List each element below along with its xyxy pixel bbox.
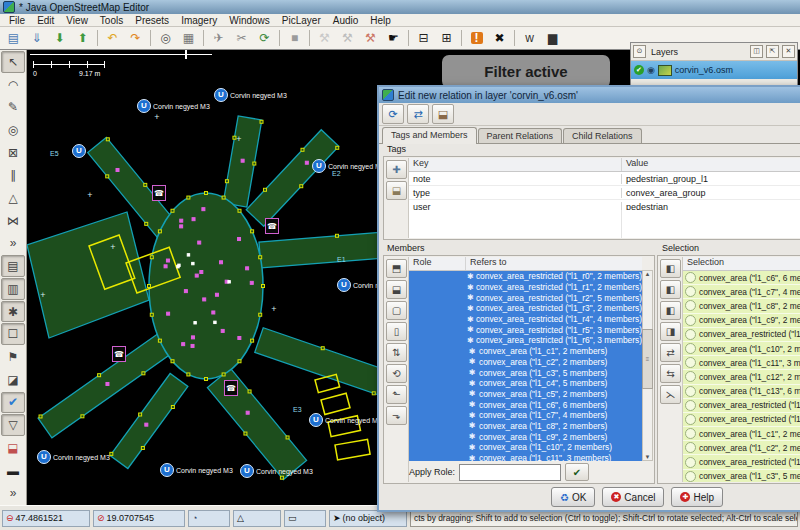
- close-icon[interactable]: ✕: [782, 45, 795, 58]
- delete-relation-icon[interactable]: ⬓: [432, 104, 454, 124]
- delete-tag-button[interactable]: ⬓: [386, 181, 407, 200]
- selection-row[interactable]: convex_area ("l1_c3", 5 members): [683, 470, 800, 482]
- relations-toggle[interactable]: ✱: [1, 301, 25, 323]
- imagery-icon[interactable]: ■: [283, 28, 306, 49]
- layer-row[interactable]: ✔ ◉ corvin_v6.osm: [631, 61, 797, 79]
- reverse-members-button[interactable]: ⟲: [386, 364, 407, 383]
- members-table[interactable]: Role Refers to ✱convex_area_restricted (…: [409, 257, 642, 461]
- tab-child-relations[interactable]: Child Relations: [563, 128, 642, 143]
- more-toggles[interactable]: »: [1, 482, 25, 504]
- split-way-icon[interactable]: ✂: [230, 28, 253, 49]
- metro-station-marker[interactable]: UCorvin negyed M3: [312, 159, 385, 173]
- search-icon[interactable]: ◎: [154, 28, 177, 49]
- paste-selection-top-button[interactable]: ◧: [660, 259, 681, 278]
- dialog-titlebar[interactable]: Edit new relation in layer 'corvin_v6.os…: [379, 87, 800, 103]
- waypoint-icon[interactable]: w: [518, 28, 541, 49]
- member-row[interactable]: ✱convex_area ("l1_c7", 4 members): [409, 410, 642, 421]
- add-tag-button[interactable]: ✚: [386, 160, 407, 179]
- selection-row[interactable]: convex_area ("l1_c6", 6 members): [683, 271, 800, 285]
- upload-icon[interactable]: ⬆: [71, 28, 94, 49]
- selection-row[interactable]: convex_area_restricted ("l1_r1", 2 membe…: [683, 399, 800, 413]
- move-member-up-button[interactable]: ⬑: [386, 385, 407, 404]
- apply-role-input[interactable]: [459, 464, 561, 481]
- angle-tool[interactable]: △: [1, 187, 25, 209]
- selection-table[interactable]: Selection convex_area ("l1_c6", 6 member…: [683, 257, 800, 482]
- selection-row[interactable]: convex_area ("l1_c1", 2 members): [683, 427, 800, 441]
- hammer-icon-1[interactable]: ⚒: [313, 28, 336, 49]
- ok-button[interactable]: ♻ OK: [551, 487, 595, 507]
- menu-presets[interactable]: Presets: [130, 15, 174, 26]
- menu-tools[interactable]: Tools: [95, 15, 128, 26]
- copy-member-button[interactable]: ▢: [386, 301, 407, 320]
- member-row[interactable]: ✱convex_area_restricted ("l1_r2", 5 memb…: [409, 292, 642, 303]
- hammer-icon-2[interactable]: ⚒: [336, 28, 359, 49]
- remove-member-button[interactable]: ▯: [386, 322, 407, 341]
- metro-station-marker[interactable]: U: [72, 144, 86, 158]
- selection-row[interactable]: convex_area_restricted ("l1_r2", 5 membe…: [683, 413, 800, 427]
- layers-menu-icon[interactable]: ⊙: [633, 45, 646, 58]
- menu-view[interactable]: View: [61, 15, 93, 26]
- download-icon[interactable]: ⬇: [48, 28, 71, 49]
- selection-row[interactable]: convex_area ("l1_c9", 2 members): [683, 314, 800, 328]
- car-icon[interactable]: ⊟: [412, 28, 435, 49]
- select-tool[interactable]: ↖: [1, 51, 25, 73]
- selection-row[interactable]: convex_area_restricted ("l1_r4", 4 membe…: [683, 328, 800, 342]
- paste-selection-above-button[interactable]: ◧: [660, 280, 681, 299]
- metro-station-marker[interactable]: UCorvin negyed M3: [37, 450, 110, 464]
- sort-members-button[interactable]: ⇅: [386, 343, 407, 362]
- scroll-up-icon[interactable]: ▲: [645, 271, 651, 277]
- chart-icon[interactable]: ▆: [541, 28, 564, 49]
- parallel-tool[interactable]: ∥: [1, 165, 25, 187]
- menu-imagery[interactable]: Imagery: [176, 15, 222, 26]
- member-row[interactable]: ✱convex_area ("l1_c6", 6 members): [409, 399, 642, 410]
- download-members-button[interactable]: ⋋: [660, 385, 681, 404]
- menu-windows[interactable]: Windows: [224, 15, 275, 26]
- refresh-icon[interactable]: ⟳: [253, 28, 276, 49]
- member-row[interactable]: ✱convex_area_restricted ("l1_r0", 2 memb…: [409, 271, 642, 282]
- delete-tool[interactable]: ⊠: [1, 142, 25, 164]
- member-row[interactable]: ✱convex_area_restricted ("l1_r5", 3 memb…: [409, 324, 642, 335]
- selection-row[interactable]: convex_area ("l1_c12", 2 members): [683, 370, 800, 384]
- menu-audio[interactable]: Audio: [328, 15, 364, 26]
- paste-selection-bottom-button[interactable]: ◨: [660, 322, 681, 341]
- member-row[interactable]: ✱convex_area_restricted ("l1_r3", 2 memb…: [409, 303, 642, 314]
- undo-icon[interactable]: ↶: [101, 28, 124, 49]
- validator-toggle[interactable]: ✔: [1, 392, 25, 414]
- paste-selection-below-button[interactable]: ◧: [660, 301, 681, 320]
- join-node-tool[interactable]: ⋈: [1, 210, 25, 232]
- conflict-toggle[interactable]: ⚑: [1, 346, 25, 368]
- member-row[interactable]: ✱convex_area ("l1_c4", 5 members): [409, 378, 642, 389]
- menu-file[interactable]: File: [4, 15, 30, 26]
- lasso-tool[interactable]: ◠: [1, 74, 25, 96]
- selection-row[interactable]: convex_area ("l1_c10", 2 members): [683, 342, 800, 356]
- preferences-icon[interactable]: ▦: [177, 28, 200, 49]
- metro-station-marker[interactable]: UCorvin negyed M3: [137, 99, 210, 113]
- filter-toggle[interactable]: ▽: [1, 414, 25, 436]
- select-relation-icon[interactable]: ⇄: [407, 104, 429, 124]
- member-row[interactable]: ✱convex_area ("l1_c5", 2 members): [409, 389, 642, 400]
- save-icon[interactable]: ⇓: [25, 28, 48, 49]
- member-row[interactable]: ✱convex_area_restricted ("l1_r6", 3 memb…: [409, 335, 642, 346]
- help-button[interactable]: ✚ Help: [671, 487, 723, 507]
- dock-icon[interactable]: ◫: [750, 45, 763, 58]
- member-row[interactable]: ✱convex_area ("l1_c2", 2 members): [409, 357, 642, 368]
- titlebar[interactable]: * Java OpenStreetMap Editor: [0, 0, 800, 14]
- selection-row[interactable]: convex_area_restricted ("l1_r0", 2 membe…: [683, 455, 800, 469]
- warning-icon[interactable]: !: [465, 28, 488, 49]
- scrollbar-thumb[interactable]: ≡: [642, 329, 653, 389]
- member-row[interactable]: ✱convex_area ("l1_c9", 2 members): [409, 431, 642, 442]
- layer-visibility-icon[interactable]: ◉: [647, 65, 655, 75]
- selection-row[interactable]: convex_area ("l1_c7", 4 members): [683, 285, 800, 299]
- zoom-tool[interactable]: ◎: [1, 119, 25, 141]
- draw-node-tool[interactable]: ✎: [1, 96, 25, 118]
- add-member-at-end-button[interactable]: ⬓: [386, 280, 407, 299]
- tag-row[interactable]: typeconvex_area_group: [409, 186, 800, 200]
- follow-icon[interactable]: ☛: [382, 28, 405, 49]
- open-icon[interactable]: ▤: [2, 28, 25, 49]
- airplane-tool-icon[interactable]: ✈: [207, 28, 230, 49]
- properties-toggle[interactable]: ▥: [1, 278, 25, 300]
- move-member-down-button[interactable]: ⬎: [386, 406, 407, 425]
- metro-station-marker[interactable]: UCorvin negyed M3: [240, 464, 313, 478]
- metro-station-marker[interactable]: UCorvin negyed M3: [160, 463, 233, 477]
- redo-icon[interactable]: ↷: [124, 28, 147, 49]
